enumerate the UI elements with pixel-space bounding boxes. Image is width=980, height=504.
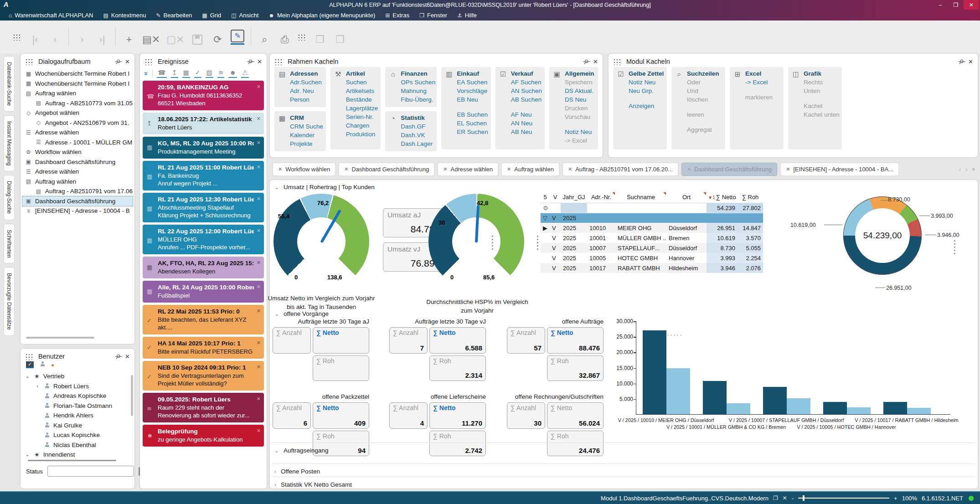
close-module-icon[interactable]: ✕ [783, 495, 787, 501]
tree-item-adresse-10001-müller-gm[interactable]: ☰Adresse - 10001 - MÜLLER GM [22, 138, 133, 148]
event-card[interactable]: ▦✕KG, MS, RL 20 Aug 2025 10:00 RoProdukt… [143, 137, 264, 159]
kachel-link-suchen[interactable]: Suchen [346, 78, 378, 87]
tree-item-dashboard-geschäftsführung[interactable]: ▣Dashboard Geschäftsführung [22, 157, 133, 167]
bar-netto[interactable] [823, 402, 847, 414]
column-header-jahr-gj[interactable]: Jahr_GJ [561, 192, 587, 203]
anzahl-box[interactable]: ∑ Anzahl4 [389, 402, 428, 429]
top-kunden-table[interactable]: 5VJahr_GJAdr.-Nr.SuchnameOrt▼1∑ Netto∑ R… [541, 192, 763, 273]
table-row[interactable]: V202510007STAPELLAUF...Düsseldorf8.7305.… [541, 243, 763, 253]
column-header-suchname[interactable]: Suchname [615, 192, 666, 203]
checkbox-checked-icon[interactable]: ✓ [26, 361, 34, 368]
event-card[interactable]: ☻✕Belegprüfungzu geringe Angebots-Kalkul… [143, 425, 264, 447]
anzahl-box[interactable]: ∑ Anzahl6 [273, 402, 311, 429]
tree-item-wochenübersicht-termine-robert-i[interactable]: ▦Wochenübersicht Termine Robert I [22, 79, 133, 89]
kachel-link-kalender[interactable]: Kalender [290, 131, 323, 139]
menu-item-fenster[interactable]: ❐Fenster [415, 11, 451, 20]
event-card[interactable]: ▦✕RL 22 Aug 2025 12:00 Robert LüerMÜLLER… [143, 225, 264, 254]
tree-item-adresse-wählen[interactable]: ☰Adresse wählen [22, 128, 133, 138]
close-icon[interactable]: ✕ [257, 115, 261, 123]
tree-item-workflow-wählen[interactable]: ⚙Workflow wählen [22, 147, 133, 157]
kachel-link-kachel[interactable]: Kachel [804, 102, 840, 110]
calendar-icon[interactable]: ▦ [182, 69, 190, 78]
kachel-link-speichern[interactable]: Speichern [565, 78, 594, 87]
menu-item-ansicht[interactable]: ◫Ansicht [227, 11, 263, 20]
vertical-scrollbar[interactable] [131, 375, 133, 416]
kachel-link-aggregat[interactable]: Aggregat [687, 125, 719, 134]
kachel-link-person[interactable]: Person [290, 95, 322, 104]
copy-note-button[interactable]: ❐ [313, 29, 327, 45]
save-button[interactable] [191, 29, 204, 45]
tree-item-auftrag-wählen[interactable]: ▤Auftrag wählen [22, 177, 133, 187]
dialog-tab-dashboard-geschäftsführung[interactable]: ✕Dashboard Geschäftsführung [681, 163, 777, 176]
person-check-icon[interactable] [40, 361, 45, 368]
zoom-slider-thumb[interactable] [803, 495, 805, 501]
event-card[interactable]: ☎✕20:59, BANKEINZUG AGFrau G. Humboldt 0… [143, 81, 264, 110]
new-record-button[interactable]: + [122, 29, 136, 45]
unpin-icon[interactable]: ⚲ [582, 57, 590, 66]
kachel-link-kachel-unten[interactable]: Kachel unten [804, 110, 840, 119]
preview-button[interactable]: ⌕ [258, 29, 271, 45]
user-hendrik-ahlers[interactable]: Hendrik Ahlers [24, 411, 131, 421]
close-icon[interactable]: ✕ [125, 353, 130, 360]
close-icon[interactable]: ✕ [257, 195, 261, 203]
event-card[interactable]: ▦✕AK, FTO, HA, RL 23 Aug 2025 15:0Abende… [143, 257, 264, 278]
menu-item-hilfe[interactable]: ⚓Hilfe [453, 11, 481, 20]
bar-netto[interactable] [643, 330, 666, 414]
menu-item-extras[interactable]: ⊞Extras [381, 11, 413, 20]
kachel-link-an-neu[interactable]: AN Neu [511, 119, 542, 128]
kachel-link-löschen[interactable]: löschen [687, 95, 719, 104]
bar-roh[interactable] [666, 368, 690, 414]
section-vorgaenge-header[interactable]: ⌄ offene Vorgänge [274, 310, 329, 317]
dialog-tab-adresse-wählen[interactable]: ✕Adresse wählen [438, 163, 498, 176]
tree-item-einsehen-adresse-10004-b[interactable]: ≡[EINSEHEN] - Adresse - 10004 - B [22, 206, 133, 216]
anzahl-box[interactable]: ∑ Anzahl7 [389, 327, 428, 354]
tree-item-adresse-wählen[interactable]: ☰Adresse wählen [22, 167, 133, 177]
netto-box[interactable]: ∑ Netto88.476 [547, 327, 603, 354]
kachel-link-vorschläge[interactable]: Vorschläge [457, 87, 488, 95]
chevron-down-icon[interactable]: ⌄ [24, 373, 31, 379]
menu-item-bearbeiten[interactable]: ✎Bearbeiten [152, 11, 196, 20]
kachel-link-adr-suchen[interactable]: Adr.Suchen [290, 78, 322, 87]
upload-icon[interactable]: ↥ [171, 69, 178, 78]
side-tab-instant-messaging[interactable]: Instant Messaging [4, 116, 14, 171]
kachel-link-er-suchen[interactable]: ER Suchen [457, 128, 488, 136]
person-alert-icon[interactable]: ☻ [228, 69, 237, 78]
menu-item-warenwirtschaft-alphaplan[interactable]: ⌂Warenwirtschaft ALPHAPLAN [5, 11, 97, 20]
close-icon[interactable]: ✕ [257, 259, 261, 267]
close-icon[interactable]: ✕ [593, 58, 598, 65]
user-florian-tale-ostmann[interactable]: Florian-Tale Ostmann [24, 401, 131, 411]
table-row[interactable]: V202510001MÜLLER GMBH ...Bremen10.6193.5… [541, 233, 763, 243]
user-niclas-ebenthal[interactable]: Niclas Ebenthal [24, 440, 131, 450]
kachel-link-leeren[interactable]: leeren [687, 110, 719, 119]
print-button[interactable]: ⎙ [278, 29, 291, 45]
kachel-link-notiz-neu[interactable]: Notiz Neu [629, 78, 664, 87]
status-input[interactable] [47, 466, 134, 477]
close-icon[interactable]: ✕ [257, 139, 261, 147]
kachel-link-ds-aktual[interactable]: DS Aktual. [565, 87, 594, 95]
kachel-link-oder[interactable]: Oder [687, 78, 719, 87]
kachel-link-ds-neu[interactable]: DS Neu [565, 95, 594, 104]
table-row[interactable]: V202510017RABATT GMBHHildesheim3.9462.07… [541, 263, 763, 273]
roh-box[interactable]: ∑ Roh [313, 355, 369, 381]
bar-roh[interactable] [907, 408, 931, 414]
close-icon[interactable]: ✕ [257, 163, 261, 171]
sum-gear-icon[interactable]: ⚙ [541, 203, 550, 213]
bar-netto[interactable] [703, 381, 727, 414]
splitter-handle[interactable] [954, 239, 956, 256]
rss-icon[interactable]: ≋ [217, 69, 225, 78]
splitter-handle[interactable] [491, 235, 494, 251]
splitter-handle[interactable] [536, 235, 539, 251]
table-filter-row[interactable]: ▽V2025 [541, 213, 763, 223]
zoom-out-button[interactable]: - [792, 495, 794, 502]
first-record-button[interactable]: |‹ [28, 29, 42, 45]
zoom-slider[interactable] [798, 498, 889, 499]
unpin-icon[interactable]: ⚲ [114, 57, 122, 66]
last-record-button[interactable]: ›| [95, 29, 109, 45]
user-group-innendienst[interactable]: ⌄★Innendienst [24, 450, 131, 457]
column-header-ort[interactable]: Ort [666, 192, 707, 203]
tab-nav-button[interactable]: ▾ [972, 166, 975, 173]
kachel-link-an-suchen[interactable]: AN Suchen [511, 87, 542, 95]
panel-grip-icon[interactable] [274, 58, 284, 65]
dialog-tab-dashboard-geschäftsführung[interactable]: ✕Dashboard Geschäftsführung [339, 163, 434, 176]
copy-note2-button[interactable]: ❐ [333, 29, 347, 45]
